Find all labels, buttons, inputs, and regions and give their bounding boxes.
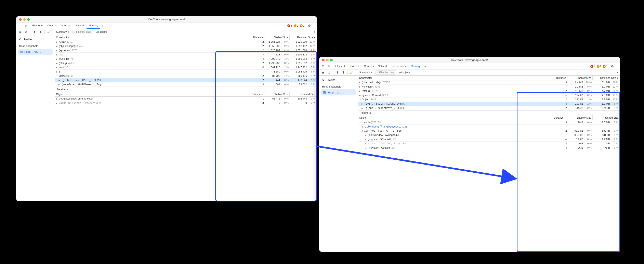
constructor-row[interactable]: ▶{global, exportPath_, CLOSU24440 %173 5… <box>55 78 317 82</box>
col-retained-size[interactable]: Retained Size <box>592 115 620 120</box>
more-tabs-icon[interactable]: » <box>100 23 106 28</box>
tab-memory[interactable]: Memory <box>86 23 100 29</box>
tab-elements[interactable]: Elements <box>333 63 348 69</box>
zoom-icon[interactable] <box>27 18 30 21</box>
clear-icon[interactable]: ⊘ <box>24 30 28 34</box>
tab-sources[interactable]: Sources <box>59 23 73 29</box>
retainer-row[interactable]: ▼oa in lKa @177115 ▭3128 B0 %1.5 MB7 % <box>358 120 620 125</box>
tab-performance[interactable]: Performance <box>390 63 408 69</box>
retainer-row[interactable]: ▼Xd in {FOc, HOa, VC, jo, Sbd298.3 kB0 %… <box>358 129 620 133</box>
download-icon[interactable]: ⬇ <box>342 71 346 74</box>
constructor-row[interactable]: ▼Object ×1195285 7081 %660 1164 % <box>55 74 317 78</box>
col-constructor[interactable]: Constructor <box>358 76 553 80</box>
col-distance[interactable]: Distance▲ <box>250 92 264 96</box>
sidebar-profiles[interactable]: ⚙Profiles <box>16 36 55 42</box>
download-icon[interactable]: ⬇ <box>38 30 42 34</box>
retainer-row[interactable]: ▶_ in system / Context @607436 B0 %476 B… <box>358 146 620 150</box>
col-constructor[interactable]: Constructor <box>55 35 250 40</box>
sidebar-snapshot[interactable]: ▦Snap… (16.… <box>18 49 52 55</box>
tab-console[interactable]: Console <box>348 63 362 69</box>
row-label: ▶jn ×9436 <box>55 66 251 70</box>
gear-icon[interactable]: ⚙ <box>611 64 614 68</box>
inspect-icon[interactable]: ◰ <box>18 23 23 29</box>
constructor-row[interactable]: ▶(string) ×4725321 295 2328 %1 295 2328 … <box>55 61 317 66</box>
constructor-row[interactable]: ▶S71 5800 %1 054 4166 % <box>55 70 317 74</box>
gc-icon[interactable]: 🧹 <box>350 71 354 74</box>
col-shallow-size[interactable]: Shallow Size <box>264 35 290 40</box>
gc-icon[interactable]: 🧹 <box>47 30 51 34</box>
close-icon[interactable] <box>322 59 324 61</box>
col-shallow-size[interactable]: Shallow Size <box>264 92 290 96</box>
col-retained-size[interactable]: Retained Size <box>290 92 317 96</box>
snapshot-icon: ▦ <box>20 50 23 54</box>
constructor-row[interactable]: ▶(object shape) ×3040421 555 0329 %1 592… <box>55 44 317 48</box>
kebab-icon[interactable]: ⋮ <box>312 24 316 28</box>
constructor-row[interactable]: ▶{global, exportPath_, CLOSUR2444 B0 %17… <box>358 106 620 110</box>
constructor-row[interactable]: ▶(system) ×130702626 2044 %1 571 6809 % <box>55 48 317 52</box>
col-shallow-size[interactable]: Shallow Size <box>568 76 592 80</box>
upload-icon[interactable]: ⬆ <box>335 71 339 74</box>
constructor-row[interactable]: ▶{NodeType, HtmlElement, Tag35040 %53 63… <box>55 82 317 87</box>
retainer-row[interactable]: ▶goog in Window / chrome-exten153 4760 %… <box>55 97 317 101</box>
constructor-row[interactable]: ▶lKa31280 %1 509 8729 % <box>55 52 317 57</box>
grid-header: Constructor Distance Shallow Size Retain… <box>55 35 317 40</box>
kebab-icon[interactable]: ⋮ <box>615 64 618 68</box>
retainer-row[interactable]: c,dtl0hd,eHDfl,YV5bee,d,csi:753 <box>358 125 620 129</box>
constructor-row[interactable]: ▼Object ×16182321 kB1 %2.3 MB10 % <box>358 98 620 102</box>
constructor-row[interactable]: ▶(string) ×4317024.7 MB20 %4.7 MB20 % <box>358 89 620 93</box>
filter-input[interactable]: ⫶Filter by class <box>375 70 396 74</box>
retainers-header: Object Distance▲ Shallow Size Retained S… <box>358 115 620 120</box>
retainer-row[interactable]: ▶value in system / Property30 B0 %0 B0 % <box>358 142 620 146</box>
tab-sources[interactable]: Sources <box>362 63 376 69</box>
status-badges[interactable]: ✕1 ▲1 ■1 <box>590 65 608 68</box>
col-distance[interactable]: Distance▲ <box>553 115 568 120</box>
tab-network[interactable]: Network <box>376 63 390 69</box>
sidebar-snapshot[interactable]: ▦Snap… (22.… <box>321 89 356 96</box>
constructor-row[interactable]: ▶{SdcwHb} ×84203 0401 %1 369 0848 % <box>55 57 317 61</box>
constructor-row[interactable]: ▶system / Context ×3013–114 kB0 %4.0 MB1… <box>358 93 620 98</box>
constructor-row[interactable]: ▶Array ×4349721 256 0248 %2 220 00013 % <box>55 40 317 44</box>
retainer-row[interactable]: ▶_ in system / Context @142–8.2 kB0 %1.7… <box>358 137 620 142</box>
tab-network[interactable]: Network <box>73 23 87 29</box>
col-object[interactable]: Object <box>55 92 250 96</box>
retainer-row[interactable]: ▶value in system / PropertyCel300 %00 % <box>55 101 317 105</box>
zoom-icon[interactable] <box>330 59 333 61</box>
all-objects-select[interactable]: All objects <box>96 30 108 33</box>
tab-elements[interactable]: Elements <box>30 23 45 29</box>
constructor-row[interactable]: ▶Function ×34385–1.1 MB5 %5.0 MB22 % <box>358 85 620 89</box>
constructor-row[interactable]: ▶(compiled code) ×10717636.4 MB28 %10.4 … <box>358 80 620 85</box>
status-badges[interactable]: ✕5 ▲9 ■2 <box>287 24 304 27</box>
col-retained-size[interactable]: Retained Size▼ <box>290 35 317 40</box>
minimize-icon[interactable] <box>23 18 26 21</box>
constructor-row[interactable]: ▶{sy1fu, sy2ly, sy39n, sy4fm,4197 kB1 %1… <box>358 102 620 106</box>
inspect-icon[interactable]: ◰ <box>320 64 326 69</box>
retainer-row[interactable]: ▶_hd in Window / www.google139.8 kB0 %13… <box>358 133 620 137</box>
record-icon[interactable]: ◉ <box>321 71 325 74</box>
clear-icon[interactable]: ⊘ <box>327 71 331 74</box>
gear-icon[interactable]: ⚙ <box>308 24 311 28</box>
device-toggle-icon[interactable]: ⧉ <box>23 23 28 29</box>
col-distance[interactable]: Distance <box>250 35 264 40</box>
more-tabs-icon[interactable]: » <box>422 63 428 69</box>
row-distance: 2 <box>554 98 568 102</box>
col-retained-size[interactable]: Retained Size▼ <box>592 76 620 80</box>
view-select[interactable]: Summary ▾ <box>55 30 70 33</box>
titlebar: DevTools - www.google.com/ <box>319 57 620 63</box>
filter-input[interactable]: ⫶Filter by class <box>72 30 93 34</box>
tab-console[interactable]: Console <box>45 23 59 29</box>
tab-memory[interactable]: Memory <box>409 63 422 69</box>
record-icon[interactable]: ◉ <box>18 30 22 34</box>
col-shallow-size[interactable]: Shallow Size <box>568 115 592 120</box>
dropdown-icon[interactable]: ▾ <box>617 71 618 74</box>
constructor-row[interactable]: ▶jn ×94364389 9202 %1 147 4327 % <box>55 66 317 70</box>
col-object[interactable]: Object <box>358 115 553 120</box>
upload-icon[interactable]: ⬆ <box>32 30 36 34</box>
device-toggle-icon[interactable]: ⧉ <box>326 64 332 69</box>
sidebar-profiles[interactable]: ⚙Profiles <box>319 77 358 83</box>
dropdown-icon[interactable]: ▾ <box>314 30 315 33</box>
all-objects-select[interactable]: All objects <box>399 71 410 74</box>
close-icon[interactable] <box>19 18 22 21</box>
col-distance[interactable]: Distance <box>553 76 568 80</box>
minimize-icon[interactable] <box>326 59 328 61</box>
view-select[interactable]: Summary ▾ <box>358 71 373 74</box>
